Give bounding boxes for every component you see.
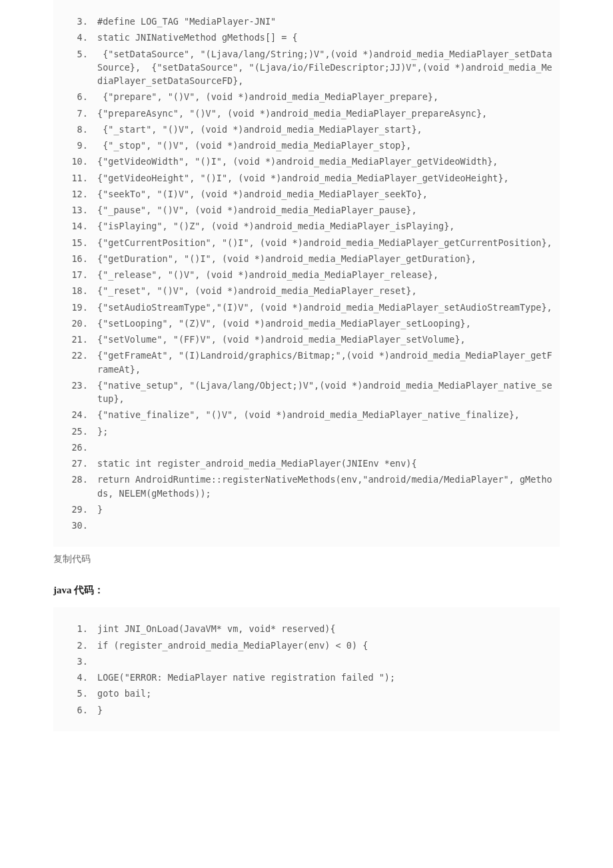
code-line: {"setLooping", "(Z)V", (void *)android_m… [93, 315, 553, 331]
code-line: jint JNI_OnLoad(JavaVM* vm, void* reserv… [93, 621, 553, 637]
code-line: {"seekTo", "(I)V", (void *)android_media… [93, 186, 553, 202]
code-line: static JNINativeMethod gMethods[] = { [93, 29, 553, 45]
code-line: if (register_android_media_MediaPlayer(e… [93, 637, 553, 653]
code-line: {"_start", "()V", (void *)android_media_… [93, 121, 553, 137]
code-block-2: jint JNI_OnLoad(JavaVM* vm, void* reserv… [53, 607, 560, 731]
code-line [93, 517, 553, 533]
code-line: {"native_setup", "(Ljava/lang/Object;)V"… [93, 377, 553, 407]
code-block-1: #define LOG_TAG "MediaPlayer-JNI"static … [53, 0, 560, 547]
copy-code-link[interactable]: 复制代码 [53, 553, 560, 565]
code-line: {"prepare", "()V", (void *)android_media… [93, 89, 553, 105]
code-line: {"setDataSource", "(Ljava/lang/String;)V… [93, 46, 553, 89]
code-list-1: #define LOG_TAG "MediaPlayer-JNI"static … [60, 13, 553, 533]
code-line: {"_stop", "()V", (void *)android_media_M… [93, 137, 553, 153]
code-line: {"getFrameAt", "(I)Landroid/graphics/Bit… [93, 347, 553, 377]
code-line [93, 653, 553, 669]
code-line: } [93, 702, 553, 718]
code-line: } [93, 501, 553, 517]
code-line: {"prepareAsync", "()V", (void *)android_… [93, 105, 553, 121]
code-line: {"getVideoHeight", "()I", (void *)androi… [93, 170, 553, 186]
code-line: goto bail; [93, 685, 553, 701]
section-heading-java: java 代码： [53, 584, 560, 597]
code-line: {"_reset", "()V", (void *)android_media_… [93, 283, 553, 299]
code-line: }; [93, 423, 553, 439]
code-line [93, 439, 553, 455]
code-line: {"_release", "()V", (void *)android_medi… [93, 267, 553, 283]
code-line: {"getDuration", "()I", (void *)android_m… [93, 251, 553, 267]
code-line: {"_pause", "()V", (void *)android_media_… [93, 202, 553, 218]
code-line: return AndroidRuntime::registerNativeMet… [93, 471, 553, 501]
code-line: {"getVideoWidth", "()I", (void *)android… [93, 153, 553, 169]
code-line: {"getCurrentPosition", "()I", (void *)an… [93, 235, 553, 251]
code-line: {"setVolume", "(FF)V", (void *)android_m… [93, 331, 553, 347]
code-line: {"isPlaying", "()Z", (void *)android_med… [93, 218, 553, 234]
code-line: static int register_android_media_MediaP… [93, 455, 553, 471]
code-line: LOGE("ERROR: MediaPlayer native registra… [93, 669, 553, 685]
code-list-2: jint JNI_OnLoad(JavaVM* vm, void* reserv… [60, 621, 553, 718]
code-line: {"native_finalize", "()V", (void *)andro… [93, 407, 553, 423]
code-line: #define LOG_TAG "MediaPlayer-JNI" [93, 13, 553, 29]
code-line: {"setAudioStreamType","(I)V", (void *)an… [93, 299, 553, 315]
